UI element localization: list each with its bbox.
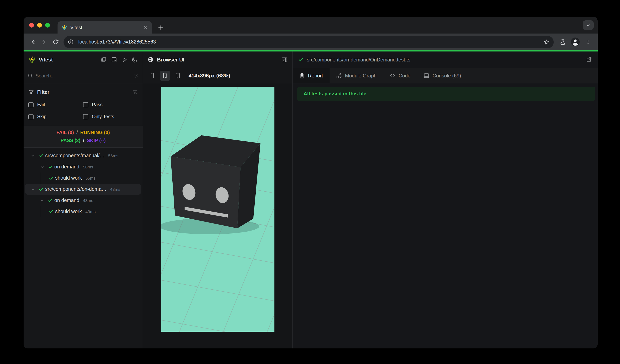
close-tab-icon[interactable] bbox=[144, 25, 148, 29]
banner-text: All tests passed in this file bbox=[304, 91, 366, 97]
test-file-row-selected[interactable]: src/components/on-dema… 43ms bbox=[25, 184, 141, 195]
open-external-icon[interactable] bbox=[586, 57, 592, 63]
chevron-down-icon[interactable] bbox=[31, 187, 35, 191]
close-window-button[interactable] bbox=[29, 23, 34, 28]
test-file-path[interactable]: src/components/on-demand/OnDemand.test.t… bbox=[307, 57, 583, 62]
test-name: src/components/manual/… bbox=[45, 153, 105, 159]
test-name: should work bbox=[55, 209, 82, 214]
chevron-down-icon[interactable] bbox=[31, 153, 35, 158]
device-phone-button-active[interactable] bbox=[160, 71, 170, 81]
zoom-window-button[interactable] bbox=[45, 23, 50, 28]
checkbox-label: Skip bbox=[37, 114, 46, 119]
bookmark-button[interactable] bbox=[542, 37, 551, 47]
avatar bbox=[571, 37, 580, 47]
skip-count: SKIP (--) bbox=[87, 138, 106, 143]
viewport-canvas[interactable] bbox=[161, 87, 274, 332]
chevron-down-icon[interactable] bbox=[40, 165, 44, 169]
filter-checkbox-only-tests[interactable]: Only Tests bbox=[83, 112, 138, 121]
tab-console[interactable]: Console (69) bbox=[417, 68, 467, 83]
viewport-size-label[interactable]: 414x896px (68%) bbox=[188, 73, 230, 79]
preview-title: Browser UI bbox=[157, 57, 184, 63]
vitest-sidebar: Vitest bbox=[24, 51, 143, 349]
test-duration: 55ms bbox=[85, 176, 95, 180]
tab-report[interactable]: Report bbox=[293, 68, 329, 83]
experiments-button[interactable] bbox=[557, 36, 568, 47]
checkbox-label: Fail bbox=[37, 102, 45, 107]
tab-title: Vitest bbox=[70, 25, 141, 30]
collapse-panels-icon[interactable] bbox=[101, 57, 107, 63]
test-file-row[interactable]: src/components/manual/… 56ms bbox=[25, 150, 141, 161]
minimize-window-button[interactable] bbox=[37, 23, 42, 28]
checkbox-label: Pass bbox=[92, 102, 102, 107]
vitest-logo bbox=[28, 56, 36, 63]
checkbox[interactable] bbox=[28, 102, 33, 107]
vitest-favicon bbox=[62, 25, 67, 30]
chevron-down-icon[interactable] bbox=[40, 198, 44, 203]
tab-module-graph[interactable]: Module Graph bbox=[329, 68, 383, 83]
tab-strip: Vitest bbox=[24, 17, 598, 33]
new-tab-button[interactable] bbox=[155, 22, 166, 33]
search-input[interactable] bbox=[36, 73, 131, 78]
forward-button[interactable] bbox=[39, 36, 50, 47]
kebab-icon bbox=[585, 39, 591, 45]
check-icon bbox=[48, 164, 53, 169]
tab-label: Console (69) bbox=[433, 73, 461, 78]
filter-checkbox-pass[interactable]: Pass bbox=[83, 100, 138, 109]
test-suite-row[interactable]: on demand 56ms bbox=[25, 161, 141, 173]
site-info-button[interactable] bbox=[65, 37, 76, 47]
test-case-row[interactable]: should work 55ms bbox=[25, 173, 141, 184]
test-duration: 56ms bbox=[108, 153, 118, 158]
test-suite-row[interactable]: on demand 43ms bbox=[25, 195, 141, 206]
checkbox[interactable] bbox=[28, 114, 33, 119]
check-icon bbox=[48, 176, 53, 180]
clipboard-icon bbox=[299, 73, 305, 78]
test-name: on demand bbox=[54, 198, 79, 203]
search-row bbox=[24, 68, 143, 83]
reload-button[interactable] bbox=[50, 36, 61, 47]
browser-tab[interactable]: Vitest bbox=[58, 21, 152, 33]
checkbox[interactable] bbox=[83, 102, 88, 107]
dock-panel-right-icon[interactable] bbox=[281, 57, 288, 63]
module-graph-icon bbox=[336, 73, 342, 79]
filter-panel: Filter Fail Pass bbox=[24, 83, 143, 126]
browser-toolbar: localhost:5173/#/?file=1828625563 bbox=[24, 33, 598, 50]
test-duration: 43ms bbox=[83, 198, 93, 203]
search-icon bbox=[28, 73, 33, 78]
dark-mode-icon[interactable] bbox=[132, 57, 138, 63]
test-duration: 56ms bbox=[83, 164, 93, 169]
tab-code[interactable]: Code bbox=[383, 68, 417, 83]
test-name: should work bbox=[55, 175, 82, 181]
profile-button[interactable] bbox=[570, 36, 581, 47]
tab-label: Module Graph bbox=[345, 73, 376, 78]
traffic-lights bbox=[29, 17, 50, 33]
back-button[interactable] bbox=[28, 36, 39, 47]
test-name: src/components/on-dema… bbox=[45, 186, 107, 192]
browser-preview-panel: Browser UI 414x896px (68%) bbox=[143, 51, 293, 349]
test-duration: 43ms bbox=[85, 209, 95, 214]
browser-window: Vitest bbox=[24, 17, 598, 349]
device-tablet-button[interactable] bbox=[172, 71, 183, 81]
info-icon bbox=[68, 39, 74, 45]
filter-checkbox-fail[interactable]: Fail bbox=[28, 100, 83, 109]
device-small-button[interactable] bbox=[147, 71, 157, 81]
tab-search-button[interactable] bbox=[583, 20, 594, 30]
clear-filter-icon[interactable] bbox=[133, 73, 139, 78]
tab-label: Report bbox=[308, 73, 323, 78]
clear-filter-icon[interactable] bbox=[132, 89, 138, 95]
report-panel: src/components/on-demand/OnDemand.test.t… bbox=[293, 51, 598, 349]
dashboard-icon[interactable] bbox=[111, 57, 117, 63]
test-tree: src/components/manual/… 56ms on demand 5… bbox=[24, 148, 143, 349]
filter-checkbox-skip[interactable]: Skip bbox=[28, 112, 83, 121]
tab-label: Code bbox=[399, 73, 411, 78]
chevron-down-icon bbox=[586, 23, 590, 27]
test-duration: 43ms bbox=[110, 187, 120, 191]
url-bar[interactable]: localhost:5173/#/?file=1828625563 bbox=[63, 36, 554, 48]
checkbox[interactable] bbox=[83, 114, 88, 119]
run-all-icon[interactable] bbox=[122, 57, 127, 63]
test-case-row[interactable]: should work 43ms bbox=[25, 206, 141, 217]
menu-button[interactable] bbox=[582, 36, 594, 47]
check-icon bbox=[298, 57, 304, 62]
url-text[interactable]: localhost:5173/#/?file=1828625563 bbox=[78, 39, 542, 45]
check-icon bbox=[48, 209, 53, 214]
fail-count: FAIL (0) bbox=[56, 130, 74, 135]
